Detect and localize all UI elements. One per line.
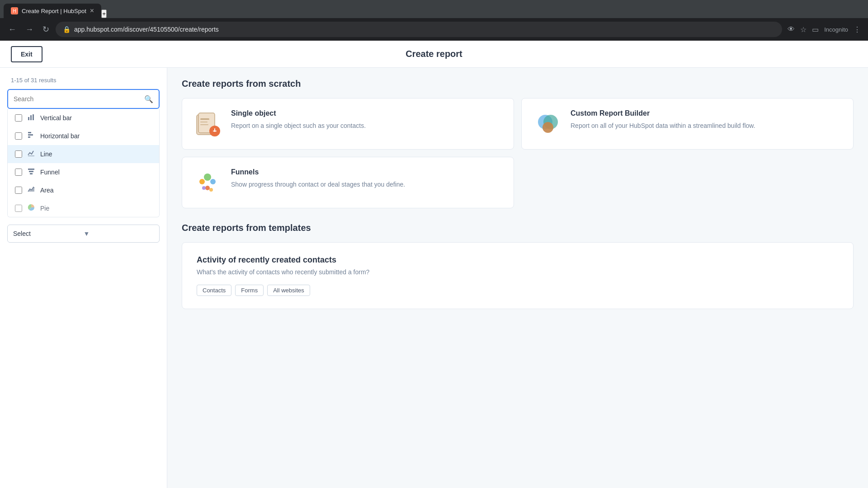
scratch-cards-grid: Single object Report on a single object … (182, 98, 854, 208)
lock-icon: 🔒 (63, 26, 71, 33)
main-content: 1-15 of 31 results 🔍 (0, 68, 868, 488)
single-object-icon (193, 109, 222, 138)
custom-report-card[interactable]: Custom Report Builder Report on all of y… (521, 98, 854, 150)
tag-forms[interactable]: Forms (235, 285, 264, 296)
single-object-desc: Report on a single object such as your c… (231, 121, 366, 131)
menu-icon[interactable]: ⋮ (852, 23, 863, 36)
search-input[interactable] (14, 95, 141, 103)
profile-icon: Incognito (822, 24, 850, 35)
svg-rect-3 (28, 132, 31, 133)
svg-rect-8 (29, 171, 33, 172)
list-item[interactable]: Funnel (8, 163, 159, 181)
template-card[interactable]: Activity of recently created contacts Wh… (182, 242, 854, 309)
app-header: Exit Create report (0, 41, 868, 68)
vertical-bar-icon (28, 113, 35, 122)
vertical-bar-label: Vertical bar (40, 114, 72, 122)
svg-rect-0 (28, 117, 29, 120)
tag-contacts[interactable]: Contacts (197, 285, 231, 296)
search-box[interactable]: 🔍 (7, 89, 160, 109)
single-object-title: Single object (231, 109, 366, 117)
svg-point-25 (205, 186, 210, 190)
svg-rect-2 (33, 114, 34, 120)
funnels-card[interactable]: Funnels Show progress through contact or… (182, 157, 514, 208)
svg-point-24 (210, 179, 216, 184)
search-icon[interactable]: 🔍 (144, 95, 153, 103)
custom-report-desc: Report on all of your HubSpot data withi… (571, 121, 755, 131)
custom-report-content: Custom Report Builder Report on all of y… (571, 109, 755, 131)
line-chart-icon (28, 150, 35, 159)
list-item[interactable]: Line (8, 145, 159, 163)
exit-button[interactable]: Exit (11, 46, 42, 62)
funnel-label: Funnel (40, 169, 60, 176)
custom-report-title: Custom Report Builder (571, 109, 755, 117)
pie-checkbox[interactable] (15, 205, 22, 212)
browser-nav: ← → ↻ 🔒 app.hubspot.com/discover/4510550… (0, 18, 868, 41)
svg-point-23 (199, 179, 205, 184)
template-tags: Contacts Forms All websites (197, 285, 839, 296)
select-dropdown[interactable]: Select ▼ (7, 225, 160, 243)
chevron-down-icon: ▼ (84, 230, 154, 237)
svg-rect-1 (30, 115, 32, 120)
template-title: Activity of recently created contacts (197, 255, 839, 265)
tab-bar: H Create Report | HubSpot × + (0, 0, 868, 18)
active-tab[interactable]: H Create Report | HubSpot × (4, 4, 101, 18)
list-item[interactable]: Area (8, 181, 159, 199)
filter-dropdown-container: 🔍 Vertical bar (0, 89, 167, 217)
address-bar[interactable]: 🔒 app.hubspot.com/discover/45105500/crea… (56, 22, 782, 37)
tag-all-websites[interactable]: All websites (267, 285, 310, 296)
horizontal-bar-icon (28, 131, 35, 141)
funnels-icon (193, 168, 222, 197)
chart-type-list: Vertical bar Horizontal bar (7, 109, 160, 217)
list-item[interactable]: Horizontal bar (8, 127, 159, 145)
svg-point-26 (202, 186, 206, 190)
line-label: Line (40, 150, 52, 158)
funnels-content: Funnels Show progress through contact or… (231, 168, 405, 189)
area-chart-icon (28, 186, 35, 195)
new-tab-button[interactable]: + (101, 9, 107, 18)
area-label: Area (40, 187, 54, 194)
back-button[interactable]: ← (5, 23, 19, 36)
tab-close-button[interactable]: × (90, 7, 94, 15)
list-item[interactable]: Pie (8, 199, 159, 217)
funnel-checkbox[interactable] (15, 169, 22, 176)
svg-point-21 (542, 122, 553, 133)
svg-rect-14 (200, 122, 208, 122)
svg-rect-9 (30, 173, 33, 174)
pie-label: Pie (40, 205, 49, 212)
refresh-button[interactable]: ↻ (40, 23, 52, 36)
custom-report-icon (533, 109, 561, 138)
forward-button[interactable]: → (23, 23, 36, 36)
funnels-title: Funnels (231, 168, 405, 176)
browser-chrome: H Create Report | HubSpot × + ← → ↻ 🔒 ap… (0, 0, 868, 41)
templates-section-title: Create reports from templates (182, 223, 854, 233)
svg-rect-18 (213, 131, 217, 131)
results-count: 1-15 of 31 results (0, 68, 167, 89)
single-object-content: Single object Report on a single object … (231, 109, 366, 131)
svg-rect-4 (28, 134, 33, 136)
select-label: Select (13, 230, 84, 237)
svg-point-27 (209, 188, 213, 192)
funnel-chart-icon (28, 168, 35, 177)
svg-point-22 (204, 174, 211, 181)
tab-label: Create Report | HubSpot (22, 8, 86, 14)
area-checkbox[interactable] (15, 187, 22, 194)
star-icon[interactable]: ☆ (798, 23, 808, 36)
nav-extras: 👁 ☆ ▭ Incognito ⋮ (786, 23, 863, 36)
sidebar-icon[interactable]: ▭ (810, 23, 821, 36)
svg-rect-13 (200, 118, 209, 120)
content-area: Create reports from scratch (167, 68, 868, 488)
tab-favicon: H (11, 7, 18, 14)
list-item[interactable]: Vertical bar (8, 109, 159, 127)
eye-slash-icon: 👁 (786, 23, 797, 35)
page-title: Create report (406, 49, 462, 59)
horizontal-bar-checkbox[interactable] (15, 132, 22, 140)
url-text: app.hubspot.com/discover/45105500/create… (74, 26, 219, 33)
svg-rect-15 (200, 124, 208, 125)
line-checkbox[interactable] (15, 150, 22, 158)
vertical-bar-checkbox[interactable] (15, 114, 22, 122)
pie-chart-icon (28, 204, 35, 213)
filter-panel: 1-15 of 31 results 🔍 (0, 68, 167, 488)
funnels-desc: Show progress through contact or deal st… (231, 180, 405, 189)
scratch-section-title: Create reports from scratch (182, 79, 854, 89)
single-object-card[interactable]: Single object Report on a single object … (182, 98, 514, 150)
